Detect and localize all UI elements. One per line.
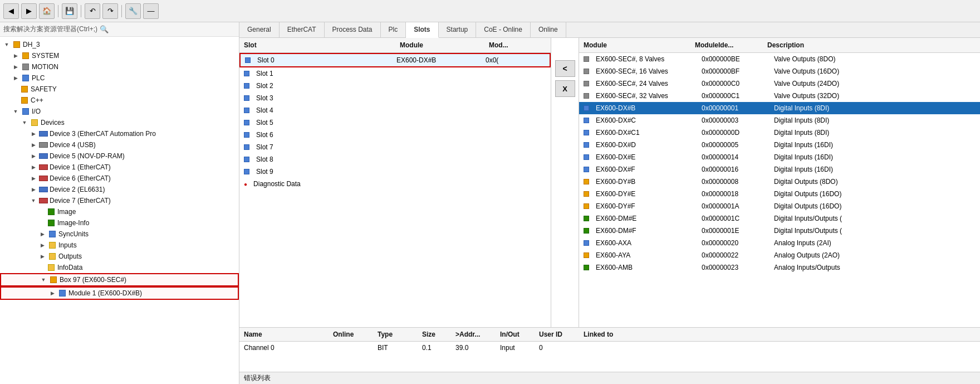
tree-item-dev6[interactable]: ▶Device 6 (EtherCAT) [0, 173, 239, 184]
tree-item-syncunits[interactable]: ▶SyncUnits [0, 229, 239, 240]
clear-button[interactable]: X [555, 80, 575, 97]
module-row-dye[interactable]: EX600-DY#E0x00000018Digital Outputs (16D… [579, 188, 980, 200]
tree-item-mod1[interactable]: ▶Module 1 (EX600-DX#B) [0, 286, 239, 300]
tree-item-image[interactable]: Image [0, 206, 239, 217]
tree-item-box97[interactable]: ▼Box 97 (EX600-SEC#) [0, 273, 239, 286]
module-row-dxb[interactable]: EX600-DX#B0x00000001Digital Inputs (8DI) [579, 102, 980, 114]
tab-online[interactable]: Online [531, 22, 566, 37]
tree-toggle-dev6[interactable]: ▶ [29, 174, 38, 183]
tab-process-data[interactable]: Process Data [325, 22, 381, 37]
slot-row-slot9[interactable]: Slot 9 [239, 166, 551, 178]
module-cell-id-sec32: 0x000000C1 [697, 91, 770, 101]
module-row-dxd[interactable]: EX600-DX#D0x00000005Digital Inputs (16DI… [579, 139, 980, 151]
tab-ethercat[interactable]: EtherCAT [280, 22, 325, 37]
tree-item-motion[interactable]: ▶MOTION [0, 61, 239, 72]
slot-row-slot1[interactable]: Slot 1 [239, 67, 551, 80]
tree-item-dev7[interactable]: ▼Device 7 (EtherCAT) [0, 195, 239, 206]
tree-item-plc[interactable]: ▶PLC [0, 72, 239, 84]
tree-toggle-devices[interactable]: ▼ [20, 118, 29, 127]
tree-label-box97: Box 97 (EX600-SEC#) [60, 276, 126, 284]
tree-item-dev3[interactable]: ▶Device 3 (EtherCAT Automation Pro [0, 128, 239, 139]
module-row-dxe[interactable]: EX600-DX#E0x00000014Digital Inputs (16DI… [579, 151, 980, 163]
tree-toggle-outputs[interactable]: ▶ [38, 252, 47, 261]
bottom-cell-3: 0.1 [418, 343, 451, 353]
tree-item-safety[interactable]: SAFETY [0, 84, 239, 95]
module-row-dyf[interactable]: EX600-DY#F0x0000001ADigital Outputs (16D… [579, 200, 980, 212]
slot-row-slot0[interactable]: Slot 0EX600-DX#B0x0( [239, 53, 551, 67]
tools-button[interactable]: 🔧 [125, 3, 141, 19]
module-row-sec8[interactable]: EX600-SEC#, 8 Valves0x000000BEValve Outp… [579, 53, 980, 65]
save-button[interactable]: 💾 [62, 3, 77, 19]
back-button[interactable]: ◀ [3, 3, 19, 19]
module-row-dme[interactable]: EX600-DM#E0x0000001CDigital Inputs/Outpu… [579, 212, 980, 225]
tree-toggle-system[interactable]: ▶ [11, 51, 20, 60]
module-row-aya[interactable]: EX600-AYA0x00000022Analog Outputs (2AO) [579, 249, 980, 261]
module-cell-name-dme: EX600-DM#E [591, 213, 697, 223]
tree-toggle-dev5[interactable]: ▶ [29, 152, 38, 161]
module-row-dxf[interactable]: EX600-DX#F0x00000016Digital Inputs (16DI… [579, 163, 980, 176]
search-icon[interactable]: 🔍 [100, 25, 109, 33]
tree-item-dh3[interactable]: ▼DH_3 [0, 39, 239, 50]
slot-row-slot4[interactable]: Slot 4 [239, 104, 551, 116]
slot-row-diagdata[interactable]: ●Diagnostic Data [239, 178, 551, 190]
tree-toggle-inputs[interactable]: ▶ [38, 241, 47, 250]
module-row-sec16[interactable]: EX600-SEC#, 16 Valves0x000000BFValve Out… [579, 65, 980, 77]
tree-toggle-plc[interactable]: ▶ [11, 74, 20, 82]
slot-row-slot3[interactable]: Slot 3 [239, 92, 551, 104]
arrow-left-button[interactable]: < [555, 60, 575, 77]
tree-item-devices[interactable]: ▼Devices [0, 117, 239, 128]
tree-toggle-syncunits[interactable]: ▶ [38, 230, 47, 239]
slot-cell-modid-slot9 [480, 171, 513, 173]
slot-row-slot7[interactable]: Slot 7 [239, 141, 551, 153]
tab-general[interactable]: General [239, 22, 280, 37]
tree-item-io[interactable]: ▼I/O [0, 106, 239, 117]
slot-row-slot2[interactable]: Slot 2 [239, 80, 551, 92]
tab-slots[interactable]: Slots [406, 22, 438, 38]
tree-item-infodata[interactable]: InfoData [0, 262, 239, 273]
tree-toggle-box97[interactable]: ▼ [39, 275, 48, 284]
module-row-dxc1[interactable]: EX600-DX#C10x0000000DDigital Inputs (8DI… [579, 127, 980, 139]
tree-toggle-dev1[interactable]: ▶ [29, 163, 38, 172]
tree-item-dev5[interactable]: ▶Device 5 (NOV-DP-RAM) [0, 150, 239, 162]
tree-item-dev4[interactable]: ▶Device 4 (USB) [0, 139, 239, 150]
tree-toggle-dev4[interactable]: ▶ [29, 140, 38, 149]
module-cell-desc-dxb: Digital Inputs (8DI) [770, 103, 980, 113]
home-button[interactable]: 🏠 [39, 3, 55, 19]
tree-toggle-dh3[interactable]: ▼ [2, 40, 11, 49]
bottom-cell-2: BIT [373, 343, 418, 353]
tree-toggle-dev3[interactable]: ▶ [29, 129, 38, 138]
module-row-dxc[interactable]: EX600-DX#C0x00000003Digital Inputs (8DI) [579, 114, 980, 127]
slot-row-slot6[interactable]: Slot 6 [239, 129, 551, 141]
tree-item-dev1[interactable]: ▶Device 1 (EtherCAT) [0, 162, 239, 173]
module-row-axa[interactable]: EX600-AXA0x00000020Analog Inputs (2AI) [579, 237, 980, 249]
tree-toggle-io[interactable]: ▼ [11, 107, 20, 116]
module-row-sec24[interactable]: EX600-SEC#, 24 Valves0x000000C0Valve Out… [579, 77, 980, 90]
forward-button[interactable]: ▶ [21, 3, 37, 19]
tab-plc[interactable]: Plc [381, 22, 406, 37]
tree-area[interactable]: ▼DH_3▶SYSTEM▶MOTION▶PLCSAFETYC++▼I/O▼Dev… [0, 37, 239, 384]
tree-toggle-dev2[interactable]: ▶ [29, 185, 38, 194]
tab-coe---online[interactable]: CoE - Online [476, 22, 531, 37]
slot-row-slot8[interactable]: Slot 8 [239, 153, 551, 166]
undo-button[interactable]: ↶ [85, 3, 100, 19]
minimize-button[interactable]: — [143, 3, 159, 19]
module-cell-desc-dmf: Digital Inputs/Outputs ( [770, 226, 980, 236]
tree-toggle-mod1[interactable]: ▶ [48, 289, 57, 298]
tab-startup[interactable]: Startup [439, 22, 477, 37]
module-row-dmf[interactable]: EX600-DM#F0x0000001EDigital Inputs/Outpu… [579, 225, 980, 237]
module-row-dyb[interactable]: EX600-DY#B0x00000008Digital Outputs (8DO… [579, 176, 980, 188]
tree-toggle-motion[interactable]: ▶ [11, 62, 20, 71]
tree-item-cpp[interactable]: C++ [0, 95, 239, 106]
module-row-amb[interactable]: EX600-AMB0x00000023Analog Inputs/Outputs [579, 261, 980, 274]
module-row-sec32[interactable]: EX600-SEC#, 32 Valves0x000000C1Valve Out… [579, 90, 980, 102]
tree-item-dev2[interactable]: ▶Device 2 (EL6631) [0, 184, 239, 195]
tree-toggle-dev7[interactable]: ▼ [29, 196, 38, 205]
tree-item-system[interactable]: ▶SYSTEM [0, 50, 239, 61]
slot-row-slot5[interactable]: Slot 5 [239, 116, 551, 129]
tree-item-imageinfo[interactable]: Image-Info [0, 217, 239, 229]
slot-cell-label-slot6: Slot 6 [252, 130, 391, 140]
module-cell-desc-sec8: Valve Outputs (8DO) [770, 54, 980, 64]
redo-button[interactable]: ↷ [102, 3, 118, 19]
tree-item-outputs[interactable]: ▶Outputs [0, 251, 239, 262]
tree-item-inputs[interactable]: ▶Inputs [0, 240, 239, 251]
